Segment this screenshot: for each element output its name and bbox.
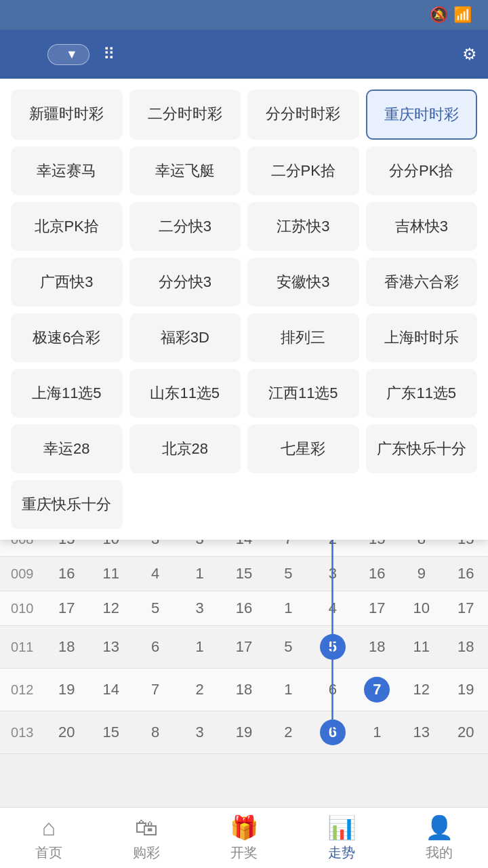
cell-5: 5 xyxy=(266,626,310,669)
lottery-button[interactable]: ⠿ xyxy=(103,45,118,64)
mine-icon: 👤 xyxy=(425,814,453,841)
lottery-item-1[interactable]: 二分时时彩 xyxy=(129,90,241,140)
home-icon: ⌂ xyxy=(42,814,56,841)
lottery-item-16[interactable]: 极速6合彩 xyxy=(11,313,123,362)
lottery-item-0[interactable]: 新疆时时彩 xyxy=(11,90,123,140)
table-row: 013201583192611320 xyxy=(0,711,488,754)
cell-9: 16 xyxy=(444,557,488,591)
row-id: 013 xyxy=(0,711,44,754)
back-button[interactable] xyxy=(8,49,19,60)
lottery-grid: 新疆时时彩二分时时彩分分时时彩重庆时时彩幸运赛马幸运飞艇二分PK拾分分PK拾北京… xyxy=(11,90,477,529)
wifi-icon: 📶 xyxy=(453,6,472,24)
cell-1: 11 xyxy=(89,557,133,591)
cell-4: 17 xyxy=(222,626,266,669)
cell-3: 3 xyxy=(178,591,222,626)
cell-2: 8 xyxy=(133,711,177,754)
lottery-item-14[interactable]: 安徽快3 xyxy=(247,258,359,307)
lottery-item-26[interactable]: 七星彩 xyxy=(247,425,359,473)
cell-8: 12 xyxy=(399,669,443,711)
grid-icon: ⠿ xyxy=(103,45,115,64)
cell-3: 1 xyxy=(178,557,222,591)
cell-5: 1 xyxy=(266,591,310,626)
cell-4: 19 xyxy=(222,711,266,754)
tab-home[interactable]: ⌂首页 xyxy=(0,808,98,868)
cell-0: 18 xyxy=(44,626,88,669)
cell-2: 5 xyxy=(133,591,177,626)
lottery-item-9[interactable]: 二分快3 xyxy=(129,202,241,251)
lottery-item-8[interactable]: 北京PK拾 xyxy=(11,202,123,251)
lottery-item-6[interactable]: 二分PK拾 xyxy=(247,146,359,195)
cell-1: 12 xyxy=(89,591,133,626)
cell-5: 1 xyxy=(266,669,310,711)
cell-0: 19 xyxy=(44,669,88,711)
lottery-item-13[interactable]: 分分快3 xyxy=(129,258,241,307)
row-id: 010 xyxy=(0,591,44,626)
cell-2: 6 xyxy=(133,626,177,669)
cell-6: 6 xyxy=(310,669,354,711)
cell-6: 3 xyxy=(310,557,354,591)
lottery-item-20[interactable]: 上海11选5 xyxy=(11,369,123,418)
cell-0: 20 xyxy=(44,711,88,754)
cell-0: 16 xyxy=(44,557,88,591)
cell-9: 19 xyxy=(444,669,488,711)
lottery-item-11[interactable]: 吉林快3 xyxy=(366,202,478,251)
cell-7: 17 xyxy=(355,591,399,626)
cell-6: 5 xyxy=(310,626,354,669)
cell-8: 10 xyxy=(399,591,443,626)
lottery-icon: 🎁 xyxy=(230,814,258,841)
lottery-item-21[interactable]: 山东11选5 xyxy=(129,369,241,418)
tab-mine[interactable]: 👤我的 xyxy=(390,808,488,868)
status-bar: 🔕 📶 xyxy=(0,0,488,30)
row-id: 009 xyxy=(0,557,44,591)
tab-trend[interactable]: 📊走势 xyxy=(293,808,390,868)
cell-7: 1 xyxy=(355,711,399,754)
play-dropdown[interactable]: ▼ xyxy=(47,44,89,65)
cell-1: 14 xyxy=(89,669,133,711)
cell-5: 5 xyxy=(266,557,310,591)
table-row: 012191472181671219 xyxy=(0,669,488,711)
lottery-item-3[interactable]: 重庆时时彩 xyxy=(366,90,478,140)
lottery-item-12[interactable]: 广西快3 xyxy=(11,258,123,307)
tab-lottery[interactable]: 🎁开奖 xyxy=(195,808,293,868)
cell-1: 13 xyxy=(89,626,133,669)
table-row: 0111813611755181118 xyxy=(0,626,488,669)
buy-icon: 🛍 xyxy=(135,814,158,841)
gear-icon: ⚙ xyxy=(462,45,477,64)
bottom-nav: ⌂首页🛍购彩🎁开奖📊走势👤我的 xyxy=(0,807,488,868)
lottery-item-25[interactable]: 北京28 xyxy=(129,425,241,473)
lottery-item-28[interactable]: 重庆快乐十分 xyxy=(11,480,123,529)
cell-2: 7 xyxy=(133,669,177,711)
lottery-item-17[interactable]: 福彩3D xyxy=(129,313,241,362)
cell-5: 2 xyxy=(266,711,310,754)
cell-3: 3 xyxy=(178,711,222,754)
row-id: 011 xyxy=(0,626,44,669)
top-nav: ▼ ⠿ ⚙ xyxy=(0,30,488,79)
cell-0: 17 xyxy=(44,591,88,626)
lottery-item-2[interactable]: 分分时时彩 xyxy=(247,90,359,140)
lottery-item-24[interactable]: 幸运28 xyxy=(11,425,123,473)
helper-button[interactable]: ⚙ xyxy=(462,45,480,64)
buy-label: 购彩 xyxy=(133,844,160,862)
cell-7: 16 xyxy=(355,557,399,591)
chevron-down-icon: ▼ xyxy=(66,47,78,62)
cell-7: 18 xyxy=(355,626,399,669)
lottery-item-5[interactable]: 幸运飞艇 xyxy=(129,146,241,195)
lottery-item-4[interactable]: 幸运赛马 xyxy=(11,146,123,195)
home-label: 首页 xyxy=(35,844,62,862)
tab-buy[interactable]: 🛍购彩 xyxy=(98,808,195,868)
table-row: 009161141155316916 xyxy=(0,557,488,591)
lottery-item-18[interactable]: 排列三 xyxy=(247,313,359,362)
lottery-item-19[interactable]: 上海时时乐 xyxy=(366,313,478,362)
lottery-item-22[interactable]: 江西11选5 xyxy=(247,369,359,418)
trend-label: 走势 xyxy=(328,844,355,862)
mine-label: 我的 xyxy=(426,844,453,862)
cell-3: 1 xyxy=(178,626,222,669)
lottery-item-23[interactable]: 广东11选5 xyxy=(366,369,478,418)
cell-4: 15 xyxy=(222,557,266,591)
lottery-item-27[interactable]: 广东快乐十分 xyxy=(366,425,478,473)
table-row: 0101712531614171017 xyxy=(0,591,488,626)
cell-4: 16 xyxy=(222,591,266,626)
lottery-item-15[interactable]: 香港六合彩 xyxy=(366,258,478,307)
lottery-item-7[interactable]: 分分PK拾 xyxy=(366,146,478,195)
lottery-item-10[interactable]: 江苏快3 xyxy=(247,202,359,251)
